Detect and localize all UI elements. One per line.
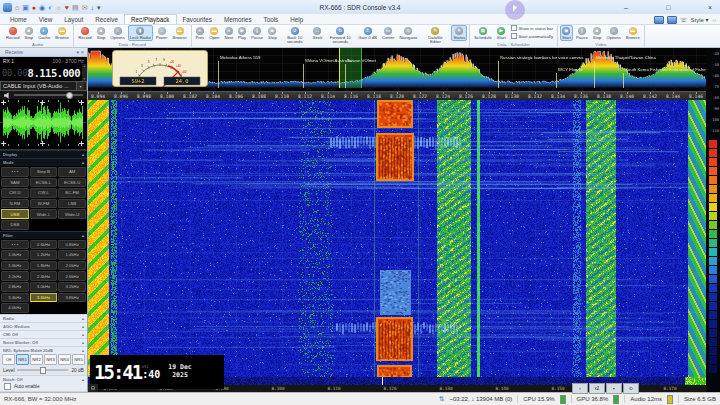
screen-icon[interactable]: ▣ (22, 3, 29, 12)
maximize-button[interactable]: □ (662, 4, 674, 11)
filter-2.0khz[interactable]: 2.0kHz (58, 261, 86, 271)
band-overview-reset-icon[interactable]: ⊙ (88, 384, 98, 392)
ribbon-button-seek[interactable]: ↔Seek (311, 25, 325, 41)
collapse-arrow-icon[interactable]: ▴ (82, 377, 84, 382)
ribbon-button-gain-0-db[interactable]: ↥Gain 0 dB (356, 25, 379, 41)
cw-row[interactable]: CW: Off ▴ (0, 330, 87, 338)
ribbon-button-cache[interactable]: ◐Cache (36, 25, 52, 41)
tune-icon[interactable]: ◉ (39, 3, 45, 12)
mode-am[interactable]: AM (58, 167, 86, 177)
audio-device-dropdown[interactable]: CABLE Input (VB-Audio ... ▾ (0, 81, 87, 91)
collapse-arrow-icon[interactable]: ▴ (82, 348, 84, 353)
ribbon-button-datafile-editor[interactable]: ✎Datafile Editor (420, 25, 450, 46)
mode-section-header[interactable]: Mode ▴ (0, 158, 87, 166)
ribbon-button-status[interactable]: ≡Status (451, 25, 467, 41)
nr-button-nr1[interactable]: NR1 (16, 354, 29, 365)
mode-ecss-u[interactable]: ECSS-U (58, 178, 86, 188)
ribbon-button-center[interactable]: ▭Center (380, 25, 397, 41)
filter-0.6khz[interactable]: 0.6kHz (30, 240, 58, 250)
dropdown-arrow-icon[interactable]: ▾ (76, 82, 84, 90)
nr-button-nr2[interactable]: NR2 (30, 354, 43, 365)
noise-reduction-row[interactable]: NR1: Ephraim Malah 20dB ▴ (0, 346, 87, 354)
zoom-x2-button[interactable]: x2 (589, 383, 605, 394)
ribbon-button-options[interactable]: ☼Options (108, 25, 126, 41)
waterfall-display[interactable] (88, 100, 706, 377)
phone-icon[interactable]: ☏ (680, 16, 688, 23)
ribbon-button-back-10-seconds[interactable]: ↺Back 10 seconds (280, 25, 310, 46)
filter-3.4khz[interactable]: 3.4kHz (1, 293, 29, 303)
filter-2.8khz[interactable]: 2.8kHz (1, 282, 29, 292)
mode--[interactable]: • • • (1, 167, 29, 177)
mode-dsb[interactable]: DSB (1, 220, 29, 230)
mode-n-fm[interactable]: N-FM (1, 199, 29, 209)
ribbon-button-record[interactable]: Record (76, 25, 94, 41)
ribbon-button-next[interactable]: »Next (222, 25, 235, 41)
center-target-button[interactable]: ⊙ (623, 383, 639, 394)
filter-4.0khz[interactable]: 4.0kHz (1, 303, 29, 313)
tab-tools[interactable]: Tools (258, 15, 285, 24)
ribbon-button-lock-radio[interactable]: ▮Lock Radio (128, 25, 153, 41)
panel-menu-icon[interactable]: ▾ (77, 49, 80, 55)
ribbon-button-prev[interactable]: «Prev (194, 25, 207, 41)
level-slider[interactable] (17, 369, 68, 371)
filter-3.0khz[interactable]: 3.0kHz (30, 282, 58, 292)
filter--[interactable]: • • • (1, 240, 29, 250)
ribbon-button-browse[interactable]: ▬Browse (624, 25, 642, 41)
radio-section-header[interactable]: Radio ▴ (0, 314, 87, 322)
collapse-arrow-icon[interactable]: ▴ (82, 324, 84, 329)
mode-ecss-l[interactable]: ECSS-L (30, 178, 58, 188)
filter-3.6khz[interactable]: 3.6kHz (30, 293, 58, 303)
mode-step-b[interactable]: Step B (30, 167, 58, 177)
mail-icon[interactable]: ✉ (82, 3, 88, 12)
nr-button-nr5[interactable]: NR5 (72, 354, 85, 365)
zoom-step-button[interactable]: ▪ (606, 383, 622, 394)
tab-memories[interactable]: Memories (218, 15, 258, 24)
memories-icon[interactable]: ▤ (72, 3, 79, 12)
nr-button-nr3[interactable]: NR3 (44, 354, 57, 365)
ribbon-button-pause[interactable]: ∥Pause (249, 25, 265, 41)
nr-button-off[interactable]: Off (2, 354, 15, 365)
download-icon[interactable]: ↓ (91, 3, 95, 12)
ribbon-button-stop[interactable]: ■Stop (23, 25, 36, 41)
ribbon-button-stop[interactable]: ■Stop (95, 25, 108, 41)
settings-gear-icon[interactable]: ☼ (712, 17, 718, 23)
filter-3.8khz[interactable]: 3.8kHz (58, 293, 86, 303)
ribbon-button-schedule[interactable]: ▦Schedule (472, 25, 493, 41)
checkbox-show-in-status-bar[interactable]: Show in status bar (511, 25, 553, 31)
ribbon-button-power[interactable]: ○Power (154, 25, 170, 41)
collapse-arrow-icon[interactable]: ▴ (82, 152, 84, 157)
ribbon-button-open[interactable]: ▬Open (207, 25, 221, 41)
tab-layout[interactable]: Layout (58, 15, 89, 24)
ribbon-button-navigator[interactable]: ◎Navigator (397, 25, 419, 41)
ribbon-button-pause[interactable]: ∥Pause (574, 25, 590, 41)
collapse-arrow-icon[interactable]: ▴ (82, 340, 84, 345)
collapse-arrow-icon[interactable]: ▴ (82, 332, 84, 337)
noise-blanker-row[interactable]: Noise Blanker: Off ▴ (0, 338, 87, 346)
mode-lsb[interactable]: LSB (58, 199, 86, 209)
mode-wide-u[interactable]: Wide-U (58, 209, 86, 219)
close-button[interactable]: × (704, 4, 716, 11)
collapse-arrow-icon[interactable]: ▴ (82, 233, 84, 238)
favourite-icon[interactable]: ♥ (65, 3, 69, 12)
mode-w-fm[interactable]: W-FM (30, 199, 58, 209)
more-icon[interactable]: ▾ (97, 3, 101, 12)
options-icon[interactable]: ☼ (55, 3, 61, 12)
home-icon[interactable]: ⌂ (15, 3, 19, 12)
tab-rec-playback[interactable]: Rec/Playback (124, 14, 177, 24)
pan-button[interactable]: ▫ (572, 383, 588, 394)
ribbon-button-browse[interactable]: ▬Browse (171, 25, 189, 41)
panel-close-icon[interactable]: × (81, 49, 84, 55)
filter-0.8khz[interactable]: 0.8kHz (58, 240, 86, 250)
ribbon-button-stop[interactable]: ■Stop (591, 25, 604, 41)
ribbon-button-browse[interactable]: ▬Browse (53, 25, 71, 41)
tab-view[interactable]: View (33, 15, 59, 24)
display-section-header[interactable]: Display ▴ (0, 150, 87, 158)
filter-2.6khz[interactable]: 2.6kHz (58, 271, 86, 281)
filter-1.2khz[interactable]: 1.2kHz (30, 250, 58, 260)
collapse-arrow-icon[interactable]: ▴ (82, 316, 84, 321)
layout2-icon[interactable] (667, 16, 677, 24)
mode-usb[interactable]: USB (1, 209, 29, 219)
mode-cw-u[interactable]: CW-U (1, 188, 29, 198)
ribbon-button-stop[interactable]: ■Stop (266, 25, 279, 41)
minimize-button[interactable]: – (620, 4, 632, 11)
